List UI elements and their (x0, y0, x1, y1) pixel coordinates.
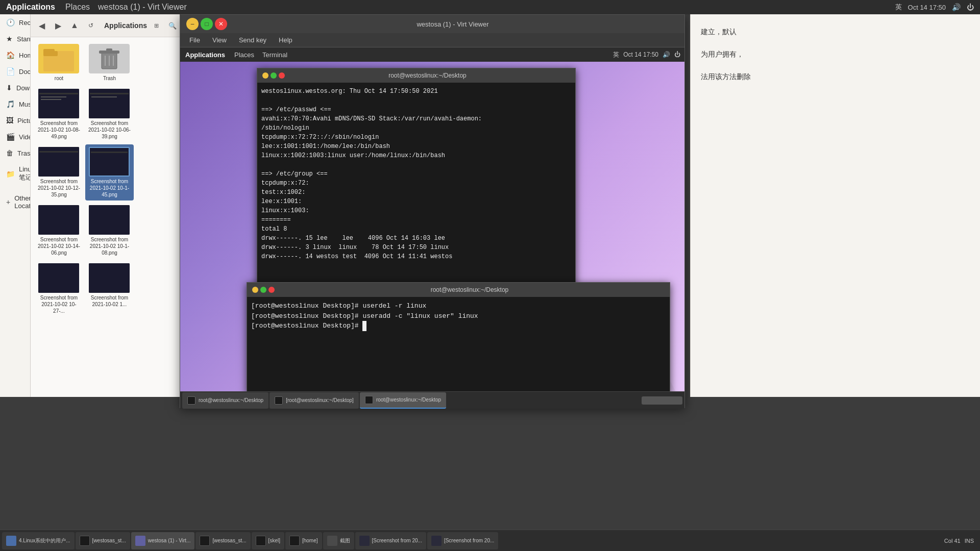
window-title-bar: westosa (1) - Virt Viewer (94, 3, 191, 12)
inner-taskbar-scroll[interactable] (642, 396, 682, 405)
terminal2-titlebar: root@westoslinux:~/Desktop (247, 283, 670, 297)
bottom-item-virt[interactable]: westosa (1) - Virt... (131, 532, 195, 549)
virt-menu-sendkey[interactable]: Send key (234, 35, 272, 45)
t2-max-btn[interactable] (260, 287, 266, 293)
trash-icon: 🗑 (6, 149, 13, 157)
nav-up-button[interactable]: ▲ (67, 18, 82, 33)
file-item-trash-folder[interactable]: Trash (85, 41, 134, 84)
file-name-sc5: Screenshot from 2021-10-02 10-14-06.png (37, 236, 81, 256)
bottom-item-sc2[interactable]: [Screenshot from 20... (427, 532, 498, 549)
bottom-item-doc[interactable]: 4.Linux系统中的用户... (2, 532, 75, 549)
inner-volume-icon[interactable]: 🔊 (663, 51, 670, 58)
t1-close-btn[interactable] (279, 72, 285, 79)
t1-max-btn[interactable] (271, 72, 277, 79)
bottom-sc1-icon (359, 536, 370, 546)
file-item-screenshot6[interactable]: Screenshot from 2021-10-02 10-1-08.png (85, 203, 134, 259)
sidebar-item-documents[interactable]: 📄 Documents (0, 63, 30, 80)
file-item-screenshot5[interactable]: Screenshot from 2021-10-02 10-14-06.png (35, 203, 83, 259)
bottom-item-skel[interactable]: [skel] (252, 532, 284, 549)
inner-taskbar-term3[interactable]: root@westoslinux:~/Desktop (360, 392, 446, 409)
sidebar-item-downloads[interactable]: ⬇ Downloads (0, 80, 30, 96)
svg-rect-23 (89, 263, 130, 293)
bottom-item-screenshot[interactable]: 截图 (323, 532, 354, 549)
sidebar-item-pictures[interactable]: 🖼 Pictures (0, 112, 30, 129)
taskbar-term2-label: [root@westoslinux:~/Desktop] (286, 397, 354, 403)
bottom-item-term2[interactable]: [westosas_st... (195, 532, 250, 549)
plus-icon: + (6, 198, 10, 206)
virt-menu-help[interactable]: Help (274, 35, 298, 45)
file-manager-main: ◀ ▶ ▲ ↺ Applications ⊞ 🔍 root (31, 14, 184, 397)
virt-menu-view[interactable]: View (207, 35, 232, 45)
virt-menu-bar: File View Send key Help (180, 33, 684, 47)
terminal1-controls[interactable] (262, 72, 285, 79)
folder-icon: 📁 (6, 170, 15, 178)
file-name-sc8: Screenshot from 2021-10-02 1... (88, 294, 131, 308)
path-display: Applications (100, 21, 147, 30)
svg-rect-20 (38, 205, 79, 235)
virt-window-controls[interactable]: – □ ✕ (186, 18, 227, 30)
file-item-screenshot8[interactable]: Screenshot from 2021-10-02 1... (85, 261, 134, 317)
bottom-item-term1[interactable]: [westosas_st... (76, 532, 130, 549)
svg-rect-17 (39, 151, 78, 153)
virt-minimize-btn[interactable]: – (186, 18, 199, 30)
inner-places[interactable]: Places (230, 51, 258, 59)
sidebar-item-starred[interactable]: ★ Starred (0, 31, 30, 47)
inner-app-menu[interactable]: Applications (180, 51, 230, 59)
volume-icon[interactable]: 🔊 (952, 3, 961, 11)
file-item-screenshot2[interactable]: Screenshot from 2021-10-02 10-06-39.png (85, 86, 134, 142)
nav-reload-button[interactable]: ↺ (84, 18, 98, 33)
star-icon: ★ (6, 35, 13, 43)
file-item-screenshot1[interactable]: Screenshot from 2021-10-02 10-08-49.png (35, 86, 83, 142)
bottom-sc1-label: [Screenshot from 20... (372, 538, 422, 543)
bottom-doc-label: 4.Linux系统中的用户... (19, 537, 70, 544)
bottom-item-sc1[interactable]: [Screenshot from 20... (355, 532, 426, 549)
taskbar-term1-icon (187, 396, 195, 405)
virt-maximize-btn[interactable]: □ (201, 18, 213, 30)
file-item-screenshot7[interactable]: Screenshot from 2021-10-02 10-27-... (35, 261, 83, 317)
inner-taskbar-term1[interactable]: root@westoslinux:~/Desktop (182, 392, 268, 409)
taskbar-term3-label: root@westoslinux:~/Desktop (376, 397, 441, 403)
bottom-item-home[interactable]: [home] (285, 532, 322, 549)
file-name-trash: Trash (103, 75, 116, 82)
file-name-root: root (55, 75, 63, 82)
sidebar-item-linux-notes[interactable]: 📁 Linux笔记 (0, 161, 30, 186)
view-toggle-button[interactable]: ⊞ (149, 18, 163, 33)
file-manager: 🕐 Recent ★ Starred 🏠 Home 📄 Documents ⬇ … (0, 14, 184, 397)
virt-icon (135, 536, 145, 546)
search-button[interactable]: 🔍 (165, 18, 180, 33)
file-item-screenshot3[interactable]: Screenshot from 2021-10-02 10-12-35.png (35, 144, 83, 201)
file-name-sc4: Screenshot from 2021-10-02 10-1-45.png (88, 178, 131, 198)
terminal2-content[interactable]: [root@westoslinux Desktop]# userdel -r l… (247, 297, 670, 394)
videos-icon: 🎬 (6, 133, 15, 141)
svg-rect-15 (91, 96, 117, 97)
t2-close-btn[interactable] (268, 287, 275, 293)
right-panel: 建立，默认 为用户拥有， 法用该方法删除 (690, 14, 980, 397)
bottom-taskbar: 4.Linux系统中的用户... [westosas_st... westosa… (0, 530, 980, 551)
virt-menu-file[interactable]: File (184, 35, 205, 45)
terminal2-title-text: root@westoslinux:~/Desktop (275, 286, 665, 293)
virt-close-btn[interactable]: ✕ (215, 18, 227, 30)
inner-taskbar-term2[interactable]: [root@westoslinux:~/Desktop] (270, 392, 359, 409)
bottom-skel-label: [skel] (268, 538, 280, 543)
app-menu[interactable]: Applications (0, 3, 61, 12)
sidebar-item-trash[interactable]: 🗑 Trash (0, 145, 30, 161)
sidebar-item-other-locations[interactable]: + Other Locations (0, 190, 30, 214)
places-menu[interactable]: Places (61, 3, 94, 12)
inner-terminal[interactable]: Terminal (258, 51, 291, 59)
bottom-skel-icon (256, 536, 266, 546)
sidebar-item-recent[interactable]: 🕐 Recent (0, 14, 30, 31)
music-icon: 🎵 (6, 100, 15, 108)
t1-min-btn[interactable] (262, 72, 268, 79)
t2-min-btn[interactable] (252, 287, 258, 293)
terminal1-content[interactable]: westoslinux.westos.org: Thu Oct 14 17:50… (257, 83, 575, 287)
sidebar-item-home[interactable]: 🏠 Home (0, 47, 30, 63)
file-item-screenshot4[interactable]: Screenshot from 2021-10-02 10-1-45.png (85, 144, 134, 201)
nav-back-button[interactable]: ◀ (35, 18, 49, 33)
sidebar-item-videos[interactable]: 🎬 Videos (0, 129, 30, 145)
power-icon[interactable]: ⏻ (967, 3, 974, 11)
svg-rect-22 (38, 263, 79, 293)
inner-power-icon[interactable]: ⏻ (674, 51, 680, 58)
nav-forward-button[interactable]: ▶ (51, 18, 65, 33)
sidebar-item-music[interactable]: 🎵 Music (0, 96, 30, 112)
file-item-root[interactable]: root (35, 41, 83, 84)
